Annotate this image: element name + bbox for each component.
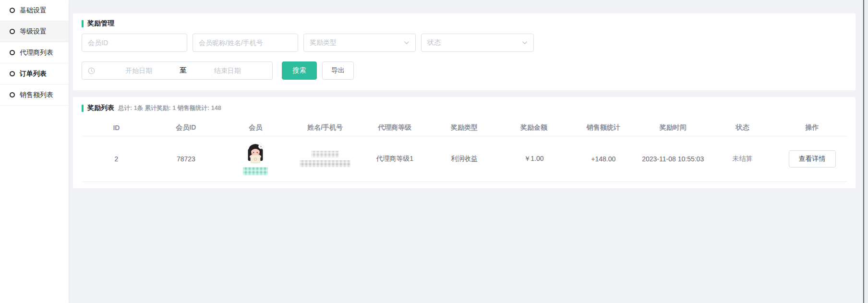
reward-time-text: 2023-11-08 10:55:03 bbox=[642, 154, 704, 164]
start-date-input[interactable] bbox=[100, 67, 178, 74]
scrollbar-track bbox=[862, 0, 868, 303]
cell-member bbox=[221, 143, 290, 175]
scrollbar-thumb[interactable] bbox=[863, 0, 864, 303]
radio-circle-icon bbox=[10, 8, 15, 13]
status-text: 未结算 bbox=[733, 155, 753, 163]
radio-circle-icon bbox=[10, 50, 15, 55]
column-header-reward-amount: 奖励金额 bbox=[499, 123, 568, 132]
reward-filter-panel: 奖励管理 奖励类型 状态 至 搜索 导出 bbox=[73, 13, 856, 90]
column-header-member: 会员 bbox=[221, 123, 290, 132]
sidebar-item-sales-list[interactable]: 销售额列表 bbox=[0, 85, 69, 106]
cell-name-phone bbox=[290, 151, 360, 167]
column-header-agent-level: 代理商等级 bbox=[360, 123, 430, 132]
date-separator-label: 至 bbox=[178, 66, 189, 75]
chevron-down-icon bbox=[404, 40, 410, 46]
reward-table: ID 会员ID 会员 姓名/手机号 代理商等级 奖励类型 奖励金额 销售额统计 … bbox=[82, 119, 847, 182]
column-header-name-phone: 姓名/手机号 bbox=[290, 123, 360, 132]
column-header-action: 操作 bbox=[777, 123, 847, 132]
sidebar-item-level-settings[interactable]: 等级设置 bbox=[0, 21, 69, 42]
cell-agent-level: 代理商等级1 bbox=[360, 155, 430, 163]
accent-bar bbox=[82, 105, 84, 112]
member-nickname-censored bbox=[243, 167, 268, 175]
status-select-value: 状态 bbox=[427, 38, 441, 47]
member-id-input[interactable] bbox=[82, 34, 187, 52]
page-title: 奖励管理 bbox=[87, 19, 114, 28]
sidebar: 基础设置 等级设置 代理商列表 订单列表 销售额列表 bbox=[0, 0, 69, 303]
cell-status: 未结算 bbox=[708, 155, 777, 163]
column-header-reward-type: 奖励类型 bbox=[430, 123, 499, 132]
sidebar-item-label: 基础设置 bbox=[20, 6, 47, 15]
reward-type-select-value: 奖励类型 bbox=[310, 38, 337, 47]
end-date-input[interactable] bbox=[189, 67, 267, 74]
cell-reward-time: 2023-11-08 10:55:03 bbox=[638, 154, 708, 164]
list-title: 奖励列表 bbox=[87, 104, 114, 112]
sidebar-item-basic-settings[interactable]: 基础设置 bbox=[0, 0, 69, 21]
list-summary: 总计: 1条 累计奖励: 1 销售额统计: 148 bbox=[118, 104, 221, 112]
cell-member-id: 78723 bbox=[151, 155, 221, 163]
cell-id: 2 bbox=[82, 155, 151, 163]
sidebar-item-agent-list[interactable]: 代理商列表 bbox=[0, 42, 69, 63]
radio-circle-icon bbox=[10, 29, 15, 34]
reward-type-select[interactable]: 奖励类型 bbox=[303, 34, 416, 52]
accent-bar bbox=[82, 20, 84, 27]
table-header-row: ID 会员ID 会员 姓名/手机号 代理商等级 奖励类型 奖励金额 销售额统计 … bbox=[82, 119, 847, 136]
column-header-sales-total: 销售额统计 bbox=[568, 123, 638, 132]
table-row: 2 78723 bbox=[82, 136, 847, 182]
reward-list-panel: 奖励列表 总计: 1条 累计奖励: 1 销售额统计: 148 ID 会员ID 会… bbox=[73, 97, 856, 188]
member-name-censored bbox=[311, 151, 339, 158]
export-button[interactable]: 导出 bbox=[322, 61, 354, 80]
date-range-picker[interactable]: 至 bbox=[82, 61, 273, 80]
radio-circle-icon bbox=[10, 71, 15, 76]
sidebar-item-label: 代理商列表 bbox=[20, 48, 53, 57]
cell-sales-total: +148.00 bbox=[568, 155, 638, 163]
sidebar-item-order-list[interactable]: 订单列表 bbox=[0, 63, 69, 85]
radio-circle-icon bbox=[10, 92, 15, 97]
view-details-button[interactable]: 查看详情 bbox=[789, 150, 836, 168]
column-header-reward-time: 奖励时间 bbox=[638, 123, 708, 132]
cell-action: 查看详情 bbox=[777, 150, 847, 168]
sidebar-item-label: 订单列表 bbox=[20, 70, 47, 78]
member-avatar bbox=[245, 143, 266, 164]
cell-reward-amount: ￥1.00 bbox=[499, 155, 568, 163]
clock-icon bbox=[88, 67, 95, 74]
member-phone-censored bbox=[300, 160, 350, 167]
sidebar-item-label: 等级设置 bbox=[20, 27, 47, 36]
column-header-member-id: 会员ID bbox=[151, 123, 221, 132]
chevron-down-icon bbox=[522, 40, 528, 46]
search-button[interactable]: 搜索 bbox=[282, 61, 317, 80]
column-header-id: ID bbox=[82, 124, 151, 132]
status-select[interactable]: 状态 bbox=[421, 34, 534, 52]
column-header-status: 状态 bbox=[708, 123, 777, 132]
sidebar-item-label: 销售额列表 bbox=[20, 91, 53, 99]
cell-reward-type: 利润收益 bbox=[430, 155, 499, 163]
member-query-input[interactable] bbox=[193, 34, 298, 52]
